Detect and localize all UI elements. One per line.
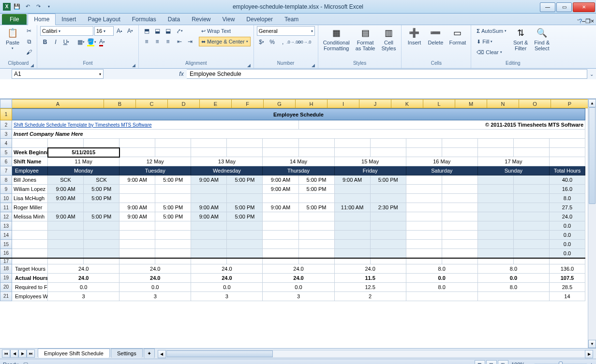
- cell[interactable]: [549, 148, 585, 157]
- cell[interactable]: [155, 231, 191, 240]
- cell[interactable]: [406, 291, 477, 301]
- cell[interactable]: [155, 139, 191, 148]
- cell[interactable]: 5:00 PM: [298, 203, 334, 212]
- cell[interactable]: [191, 139, 227, 148]
- copy-button[interactable]: ⧉: [24, 37, 34, 46]
- cell[interactable]: Roger Miller: [12, 203, 48, 212]
- hscroll-thumb[interactable]: [166, 350, 273, 357]
- col-header[interactable]: D: [168, 100, 200, 108]
- redo-icon[interactable]: ↷: [34, 2, 43, 11]
- cell[interactable]: [334, 240, 370, 249]
- cell[interactable]: [12, 221, 48, 231]
- cell[interactable]: 3: [48, 291, 119, 301]
- cell[interactable]: 11:00 AM: [334, 203, 370, 212]
- normal-view-button[interactable]: ▦: [475, 360, 485, 364]
- cell[interactable]: 8.0: [406, 282, 477, 291]
- cell[interactable]: [513, 258, 549, 264]
- cell[interactable]: [298, 240, 334, 249]
- cell[interactable]: [442, 231, 477, 240]
- cell[interactable]: [406, 139, 442, 148]
- align-top-button[interactable]: ⬒: [142, 26, 151, 36]
- cell[interactable]: [84, 231, 119, 240]
- align-bottom-button[interactable]: ⬓: [163, 26, 173, 36]
- cell[interactable]: 136.0: [549, 264, 585, 273]
- macro-record-icon[interactable]: ▢: [23, 361, 28, 364]
- cell[interactable]: Melissa Minh: [12, 212, 48, 221]
- cell[interactable]: [549, 139, 585, 148]
- cell[interactable]: [334, 194, 370, 203]
- hscroll-left-button[interactable]: ◀: [158, 350, 166, 358]
- cell[interactable]: 3: [191, 291, 263, 301]
- cell[interactable]: 0.0: [549, 231, 585, 240]
- tab-developer[interactable]: Developer: [240, 14, 279, 25]
- cell[interactable]: 9:00 AM: [263, 175, 298, 185]
- cell[interactable]: [477, 185, 513, 194]
- cell[interactable]: 9:00 AM: [48, 212, 84, 221]
- cell[interactable]: Saturday: [406, 166, 477, 175]
- cell[interactable]: [442, 139, 477, 148]
- cell[interactable]: [334, 148, 370, 157]
- format-as-table-button[interactable]: ▤Format as Table: [354, 26, 377, 52]
- dialog-launcher-icon[interactable]: ◢: [247, 63, 251, 68]
- template-link[interactable]: Shift Schedule Schedule Template by Time…: [14, 122, 152, 128]
- cell[interactable]: 0.0: [549, 221, 585, 231]
- cell[interactable]: 11 May: [48, 157, 119, 166]
- cell[interactable]: Thursday: [263, 166, 334, 175]
- cell[interactable]: 107.5: [549, 273, 585, 282]
- cell[interactable]: [477, 148, 513, 157]
- cell[interactable]: [298, 258, 334, 264]
- cell[interactable]: [513, 221, 549, 231]
- col-header[interactable]: I: [328, 100, 359, 108]
- cell[interactable]: [513, 185, 549, 194]
- cell[interactable]: [12, 249, 48, 258]
- zoom-in-button[interactable]: +: [590, 362, 593, 364]
- col-header[interactable]: L: [423, 100, 455, 108]
- cell[interactable]: 24.0: [191, 273, 263, 282]
- cell[interactable]: [370, 148, 406, 157]
- cell[interactable]: [477, 212, 513, 221]
- cell[interactable]: Actual Hours: [12, 273, 48, 282]
- new-sheet-button[interactable]: ✦: [144, 349, 155, 358]
- cell[interactable]: [477, 249, 513, 258]
- cell[interactable]: 5:00 PM: [370, 175, 406, 185]
- cell[interactable]: 8.0: [477, 282, 549, 291]
- row-header[interactable]: 10: [0, 194, 12, 203]
- cell[interactable]: [442, 148, 477, 157]
- row-header[interactable]: 12: [0, 212, 12, 221]
- cell[interactable]: [12, 231, 48, 240]
- cell[interactable]: [513, 139, 549, 148]
- cell[interactable]: Monday: [48, 166, 119, 175]
- cell[interactable]: Tuesday: [119, 166, 191, 175]
- wrap-text-button[interactable]: ↩Wrap Text: [199, 26, 251, 36]
- cell[interactable]: 27.5: [549, 203, 585, 212]
- align-left-button[interactable]: ≡: [142, 37, 151, 46]
- cell[interactable]: [155, 194, 191, 203]
- grow-font-button[interactable]: A▴: [115, 26, 124, 36]
- workbook-restore-icon[interactable]: ❐: [585, 18, 591, 25]
- cell[interactable]: 9:00 AM: [119, 203, 155, 212]
- cell[interactable]: 13 May: [191, 157, 263, 166]
- scroll-down-button[interactable]: ▼: [588, 340, 596, 348]
- cell[interactable]: [442, 221, 477, 231]
- align-middle-button[interactable]: ⬓: [152, 26, 162, 36]
- row-header[interactable]: 16: [0, 249, 12, 258]
- cell[interactable]: [370, 139, 406, 148]
- cell[interactable]: [227, 194, 263, 203]
- col-header[interactable]: N: [487, 100, 519, 108]
- font-color-button[interactable]: A▾: [97, 37, 107, 47]
- cell[interactable]: [119, 221, 155, 231]
- cell[interactable]: [263, 221, 298, 231]
- cell-styles-button[interactable]: ▥Cell Styles: [379, 26, 398, 52]
- cell[interactable]: [298, 194, 334, 203]
- cell[interactable]: 5:00 PM: [84, 212, 119, 221]
- col-header[interactable]: M: [455, 100, 487, 108]
- number-format-combo[interactable]: General▾: [257, 26, 315, 36]
- tab-data[interactable]: Data: [162, 14, 186, 25]
- row-header[interactable]: 14: [0, 231, 12, 240]
- page-layout-view-button[interactable]: ▤: [486, 360, 497, 364]
- format-cells-button[interactable]: ▭Format: [447, 26, 468, 46]
- scroll-thumb[interactable]: [589, 107, 596, 204]
- cell[interactable]: 24.0: [549, 212, 585, 221]
- cell[interactable]: Employee: [12, 166, 48, 175]
- cell[interactable]: [334, 249, 370, 258]
